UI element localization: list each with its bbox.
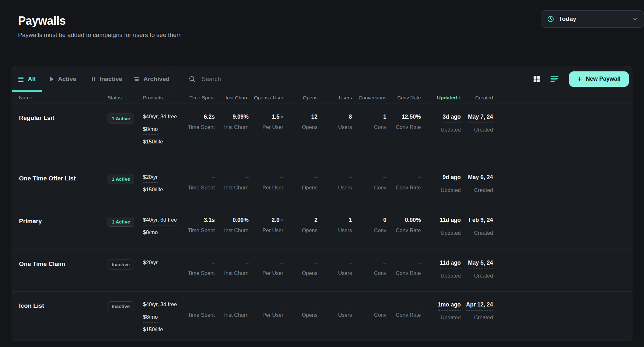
col-header-products[interactable]: Products	[143, 95, 181, 101]
metric-label: Opens	[283, 312, 317, 318]
metric-conv-rate: 0.00%Conv Rate	[386, 217, 421, 233]
metric-value: –	[283, 260, 317, 266]
updated-value[interactable]: 9d ago	[443, 174, 461, 183]
table-row[interactable]: One Time Offer List 1 Active $20/yr$150/…	[12, 164, 632, 207]
created-value[interactable]: May 7, 24	[468, 114, 493, 123]
col-header-created[interactable]: Created	[461, 95, 493, 101]
col-header-users[interactable]: Users	[317, 95, 352, 101]
product-price[interactable]: $150/life	[143, 326, 181, 335]
col-header-conversions[interactable]: Conversions	[352, 95, 386, 101]
metric-value: –	[181, 301, 215, 308]
date-filter-dropdown[interactable]: Today	[541, 10, 644, 28]
metric-value: 9.09%	[215, 114, 249, 120]
metric-label: Time Spent	[181, 312, 215, 318]
product-price[interactable]: $20/yr	[143, 260, 181, 268]
table-row[interactable]: Icon List Inactive $40/yr, 3d free$8/mo$…	[12, 292, 632, 341]
metric-label: Per User	[249, 124, 283, 130]
col-header-time-spent[interactable]: Time Spent	[181, 95, 215, 101]
updated-value[interactable]: 1mo ago	[438, 301, 461, 311]
search-icon	[189, 76, 196, 83]
tab-archived[interactable]: Archived	[130, 66, 174, 92]
product-price[interactable]: $40/yr, 3d free	[143, 114, 181, 122]
metric-label: Users	[317, 227, 352, 233]
search-input[interactable]	[202, 76, 337, 83]
col-header-opens-user[interactable]: Opens / User	[249, 95, 283, 101]
product-price[interactable]: $40/yr, 3d free	[143, 301, 181, 310]
metric-time-spent: 6.2sTime Spent	[181, 114, 215, 130]
product-price[interactable]: $8/mo	[143, 314, 181, 323]
metric-inst-churn: –Inst Churn	[215, 301, 249, 318]
archive-icon	[134, 77, 139, 82]
metric-value: –	[181, 174, 215, 181]
product-price[interactable]: $20/yr	[143, 174, 181, 183]
paywall-name[interactable]: Icon List	[19, 301, 108, 309]
created-value[interactable]: May 5, 24	[468, 260, 493, 269]
updated-value[interactable]: 11d ago	[440, 260, 461, 269]
metric-value: –	[283, 174, 317, 181]
product-price[interactable]: $150/life	[143, 187, 181, 195]
metric-inst-churn: –Inst Churn	[215, 174, 249, 191]
created-value[interactable]: Feb 9, 24	[469, 217, 493, 226]
tab-inactive[interactable]: Inactive	[84, 66, 130, 92]
created-value[interactable]: Apr 12, 24	[466, 301, 493, 311]
status-badge: Inactive	[108, 260, 134, 269]
created-value[interactable]: May 6, 24	[468, 174, 493, 183]
table-row[interactable]: Primary 1 Active $40/yr, 3d free$8/mo 3.…	[12, 207, 632, 250]
metric-label: Conv	[352, 185, 386, 191]
table-row[interactable]: One Time Claim Inactive $20/yr –Time Spe…	[12, 250, 632, 292]
table-row[interactable]: Regular Lsit 1 Active $40/yr, 3d free$8/…	[12, 104, 632, 164]
product-price[interactable]: $8/mo	[143, 229, 181, 238]
status-badge: 1 Active	[108, 217, 134, 227]
paywall-name[interactable]: Regular Lsit	[19, 114, 108, 122]
metric-label: Per User	[249, 312, 283, 318]
list-view-button[interactable]	[549, 75, 560, 84]
col-header-conv-rate[interactable]: Conv Rate	[386, 95, 421, 101]
created-cell: Feb 9, 24Created	[461, 217, 493, 236]
col-header-opens[interactable]: Opens	[283, 95, 317, 101]
col-header-inst-churn[interactable]: Inst Churn	[215, 95, 249, 101]
tab-active[interactable]: Active	[42, 66, 84, 92]
play-icon	[50, 77, 54, 82]
metric-users: –Users	[317, 301, 352, 318]
metric-value: 0.00%	[386, 217, 421, 224]
paywall-name[interactable]: One Time Offer List	[19, 174, 108, 182]
product-price[interactable]: $8/mo	[143, 126, 181, 135]
updated-value[interactable]: 11d ago	[440, 217, 461, 226]
metric-label: Updated	[421, 127, 461, 133]
metric-conversions: 1Conv	[352, 114, 386, 130]
products-cell: $20/yr$150/life	[143, 174, 181, 199]
updated-value[interactable]: 3d ago	[443, 114, 461, 123]
metric-conv-rate: –Conv Rate	[386, 174, 421, 191]
plus-icon: +	[577, 75, 582, 83]
product-price[interactable]: $40/yr, 3d free	[143, 217, 181, 225]
metric-label: Users	[317, 124, 352, 130]
paywall-name[interactable]: Primary	[19, 217, 108, 225]
metric-label: Created	[461, 230, 493, 236]
col-header-updated[interactable]: Updated↓	[421, 95, 461, 101]
chevron-down-icon	[633, 17, 638, 21]
page-subtitle: Paywalls must be added to campaigns for …	[18, 32, 182, 39]
product-price[interactable]: $150/life	[143, 139, 181, 147]
updated-cell: 3d agoUpdated	[421, 114, 461, 133]
metric-value: 1	[352, 114, 386, 120]
table-body: Regular Lsit 1 Active $40/yr, 3d free$8/…	[12, 104, 632, 341]
metric-value: –	[317, 174, 352, 181]
metric-label: Conv Rate	[386, 312, 421, 318]
metric-opens: –Opens	[283, 174, 317, 191]
paywall-name[interactable]: One Time Claim	[19, 260, 108, 268]
metric-inst-churn: 0.00%Inst Churn	[215, 217, 249, 233]
new-paywall-button[interactable]: + New Paywall	[569, 71, 629, 87]
metric-label: Inst Churn	[215, 270, 249, 276]
metric-opens-user: 2.0 ×Per User	[249, 217, 283, 233]
metric-opens: –Opens	[283, 301, 317, 318]
tab-all[interactable]: All	[12, 66, 42, 92]
updated-cell: 1mo agoUpdated	[421, 301, 461, 321]
metric-conversions: –Conv	[352, 174, 386, 191]
metric-inst-churn: –Inst Churn	[215, 260, 249, 276]
created-cell: May 7, 24Created	[461, 114, 493, 133]
grid-view-button[interactable]	[532, 74, 542, 84]
col-header-status[interactable]: Status	[108, 95, 143, 101]
metric-value: –	[215, 174, 249, 181]
col-header-name[interactable]: Name	[19, 95, 108, 101]
metric-value: –	[283, 301, 317, 308]
